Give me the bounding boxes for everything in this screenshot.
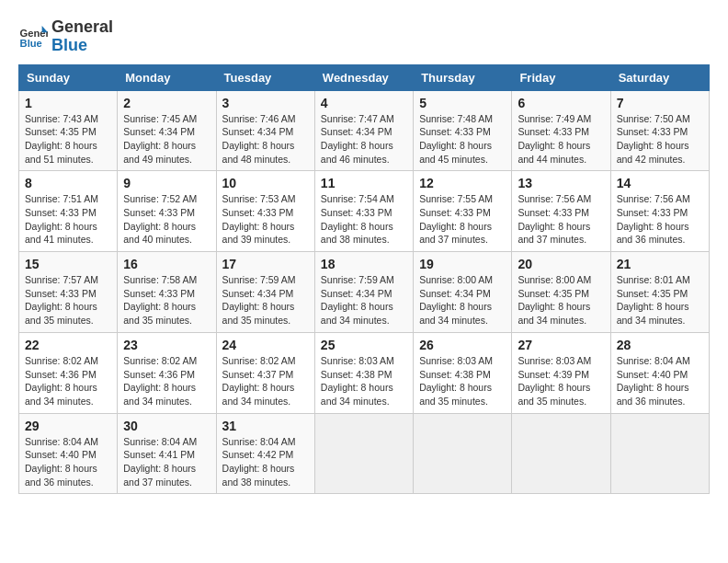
calendar-cell: 10 Sunrise: 7:53 AM Sunset: 4:33 PM Dayl… bbox=[216, 171, 314, 252]
day-info: Sunrise: 8:03 AM Sunset: 4:39 PM Dayligh… bbox=[518, 354, 604, 408]
day-info: Sunrise: 7:54 AM Sunset: 4:33 PM Dayligh… bbox=[321, 192, 407, 247]
day-number: 2 bbox=[123, 96, 210, 110]
column-header-tuesday: Tuesday bbox=[216, 64, 314, 90]
day-number: 31 bbox=[222, 419, 309, 433]
calendar-week-2: 8 Sunrise: 7:51 AM Sunset: 4:33 PM Dayli… bbox=[19, 171, 710, 252]
day-number: 24 bbox=[222, 338, 309, 352]
calendar-cell: 30 Sunrise: 8:04 AM Sunset: 4:41 PM Dayl… bbox=[118, 413, 216, 494]
day-number: 22 bbox=[25, 338, 111, 352]
day-info: Sunrise: 7:59 AM Sunset: 4:34 PM Dayligh… bbox=[222, 273, 309, 327]
day-number: 5 bbox=[419, 96, 506, 110]
calendar-cell: 21 Sunrise: 8:01 AM Sunset: 4:35 PM Dayl… bbox=[610, 252, 709, 333]
page-header: General Blue General Blue bbox=[18, 18, 710, 55]
day-info: Sunrise: 7:56 AM Sunset: 4:33 PM Dayligh… bbox=[617, 192, 703, 247]
calendar-cell bbox=[314, 413, 413, 494]
day-info: Sunrise: 7:50 AM Sunset: 4:33 PM Dayligh… bbox=[617, 112, 703, 167]
calendar-cell bbox=[414, 413, 512, 494]
day-number: 27 bbox=[518, 338, 604, 352]
day-number: 29 bbox=[25, 419, 111, 433]
calendar-cell bbox=[610, 413, 709, 494]
day-number: 20 bbox=[518, 257, 604, 271]
calendar-cell: 18 Sunrise: 7:59 AM Sunset: 4:34 PM Dayl… bbox=[314, 252, 413, 333]
calendar-cell: 20 Sunrise: 8:00 AM Sunset: 4:35 PM Dayl… bbox=[512, 252, 610, 333]
calendar-week-5: 29 Sunrise: 8:04 AM Sunset: 4:40 PM Dayl… bbox=[19, 413, 710, 494]
day-info: Sunrise: 7:45 AM Sunset: 4:34 PM Dayligh… bbox=[123, 112, 210, 167]
calendar-cell: 11 Sunrise: 7:54 AM Sunset: 4:33 PM Dayl… bbox=[314, 171, 413, 252]
calendar-cell: 31 Sunrise: 8:04 AM Sunset: 4:42 PM Dayl… bbox=[216, 413, 314, 494]
calendar-cell: 5 Sunrise: 7:48 AM Sunset: 4:33 PM Dayli… bbox=[414, 90, 512, 171]
day-info: Sunrise: 7:51 AM Sunset: 4:33 PM Dayligh… bbox=[25, 192, 111, 247]
calendar-cell: 14 Sunrise: 7:56 AM Sunset: 4:33 PM Dayl… bbox=[610, 171, 709, 252]
calendar-cell: 7 Sunrise: 7:50 AM Sunset: 4:33 PM Dayli… bbox=[610, 90, 709, 171]
svg-text:Blue: Blue bbox=[20, 38, 42, 49]
day-number: 3 bbox=[222, 96, 309, 110]
calendar-cell: 23 Sunrise: 8:02 AM Sunset: 4:36 PM Dayl… bbox=[118, 332, 216, 413]
day-number: 7 bbox=[617, 96, 703, 110]
calendar-cell: 4 Sunrise: 7:47 AM Sunset: 4:34 PM Dayli… bbox=[314, 90, 413, 171]
day-info: Sunrise: 7:43 AM Sunset: 4:35 PM Dayligh… bbox=[25, 112, 111, 167]
day-number: 10 bbox=[222, 176, 309, 190]
day-number: 30 bbox=[123, 419, 210, 433]
calendar-cell: 16 Sunrise: 7:58 AM Sunset: 4:33 PM Dayl… bbox=[118, 252, 216, 333]
calendar-cell: 8 Sunrise: 7:51 AM Sunset: 4:33 PM Dayli… bbox=[19, 171, 118, 252]
calendar-cell: 1 Sunrise: 7:43 AM Sunset: 4:35 PM Dayli… bbox=[19, 90, 118, 171]
day-info: Sunrise: 7:48 AM Sunset: 4:33 PM Dayligh… bbox=[419, 112, 506, 167]
calendar-cell: 13 Sunrise: 7:56 AM Sunset: 4:33 PM Dayl… bbox=[512, 171, 610, 252]
day-info: Sunrise: 7:52 AM Sunset: 4:33 PM Dayligh… bbox=[123, 192, 210, 247]
column-header-thursday: Thursday bbox=[414, 64, 512, 90]
day-info: Sunrise: 7:49 AM Sunset: 4:33 PM Dayligh… bbox=[518, 112, 604, 167]
day-number: 26 bbox=[419, 338, 506, 352]
day-number: 6 bbox=[518, 96, 604, 110]
calendar-cell: 24 Sunrise: 8:02 AM Sunset: 4:37 PM Dayl… bbox=[216, 332, 314, 413]
day-number: 23 bbox=[123, 338, 210, 352]
day-number: 25 bbox=[321, 338, 407, 352]
day-number: 8 bbox=[25, 176, 111, 190]
column-header-monday: Monday bbox=[118, 64, 216, 90]
calendar-week-1: 1 Sunrise: 7:43 AM Sunset: 4:35 PM Dayli… bbox=[19, 90, 710, 171]
logo-name: General Blue bbox=[51, 18, 113, 55]
day-info: Sunrise: 8:04 AM Sunset: 4:40 PM Dayligh… bbox=[617, 354, 703, 408]
calendar-week-4: 22 Sunrise: 8:02 AM Sunset: 4:36 PM Dayl… bbox=[19, 332, 710, 413]
day-info: Sunrise: 7:53 AM Sunset: 4:33 PM Dayligh… bbox=[222, 192, 309, 247]
calendar-cell: 6 Sunrise: 7:49 AM Sunset: 4:33 PM Dayli… bbox=[512, 90, 610, 171]
logo-icon: General Blue bbox=[18, 22, 48, 52]
day-info: Sunrise: 8:02 AM Sunset: 4:36 PM Dayligh… bbox=[25, 354, 111, 408]
calendar-cell: 3 Sunrise: 7:46 AM Sunset: 4:34 PM Dayli… bbox=[216, 90, 314, 171]
day-info: Sunrise: 8:02 AM Sunset: 4:37 PM Dayligh… bbox=[222, 354, 309, 408]
day-info: Sunrise: 8:00 AM Sunset: 4:35 PM Dayligh… bbox=[518, 273, 604, 327]
day-info: Sunrise: 7:57 AM Sunset: 4:33 PM Dayligh… bbox=[25, 273, 111, 327]
calendar-cell: 9 Sunrise: 7:52 AM Sunset: 4:33 PM Dayli… bbox=[118, 171, 216, 252]
calendar-cell: 12 Sunrise: 7:55 AM Sunset: 4:33 PM Dayl… bbox=[414, 171, 512, 252]
calendar-cell: 28 Sunrise: 8:04 AM Sunset: 4:40 PM Dayl… bbox=[610, 332, 709, 413]
day-info: Sunrise: 8:04 AM Sunset: 4:42 PM Dayligh… bbox=[222, 435, 309, 489]
calendar-cell: 27 Sunrise: 8:03 AM Sunset: 4:39 PM Dayl… bbox=[512, 332, 610, 413]
day-info: Sunrise: 8:04 AM Sunset: 4:41 PM Dayligh… bbox=[123, 435, 210, 489]
day-info: Sunrise: 8:03 AM Sunset: 4:38 PM Dayligh… bbox=[419, 354, 506, 408]
day-number: 19 bbox=[419, 257, 506, 271]
calendar-cell: 15 Sunrise: 7:57 AM Sunset: 4:33 PM Dayl… bbox=[19, 252, 118, 333]
calendar-header-row: SundayMondayTuesdayWednesdayThursdayFrid… bbox=[19, 64, 710, 90]
calendar-cell bbox=[512, 413, 610, 494]
calendar-cell: 2 Sunrise: 7:45 AM Sunset: 4:34 PM Dayli… bbox=[118, 90, 216, 171]
day-info: Sunrise: 8:01 AM Sunset: 4:35 PM Dayligh… bbox=[617, 273, 703, 327]
day-info: Sunrise: 7:46 AM Sunset: 4:34 PM Dayligh… bbox=[222, 112, 309, 167]
day-number: 4 bbox=[321, 96, 407, 110]
calendar-cell: 17 Sunrise: 7:59 AM Sunset: 4:34 PM Dayl… bbox=[216, 252, 314, 333]
day-number: 17 bbox=[222, 257, 309, 271]
day-info: Sunrise: 8:03 AM Sunset: 4:38 PM Dayligh… bbox=[321, 354, 407, 408]
day-number: 28 bbox=[617, 338, 703, 352]
day-info: Sunrise: 7:55 AM Sunset: 4:33 PM Dayligh… bbox=[419, 192, 506, 247]
calendar-cell: 22 Sunrise: 8:02 AM Sunset: 4:36 PM Dayl… bbox=[19, 332, 118, 413]
day-number: 18 bbox=[321, 257, 407, 271]
day-info: Sunrise: 8:02 AM Sunset: 4:36 PM Dayligh… bbox=[123, 354, 210, 408]
calendar-cell: 25 Sunrise: 8:03 AM Sunset: 4:38 PM Dayl… bbox=[314, 332, 413, 413]
calendar-week-3: 15 Sunrise: 7:57 AM Sunset: 4:33 PM Dayl… bbox=[19, 252, 710, 333]
day-number: 9 bbox=[123, 176, 210, 190]
day-info: Sunrise: 7:56 AM Sunset: 4:33 PM Dayligh… bbox=[518, 192, 604, 247]
calendar-cell: 19 Sunrise: 8:00 AM Sunset: 4:34 PM Dayl… bbox=[414, 252, 512, 333]
day-number: 15 bbox=[25, 257, 111, 271]
day-info: Sunrise: 8:04 AM Sunset: 4:40 PM Dayligh… bbox=[25, 435, 111, 489]
column-header-wednesday: Wednesday bbox=[314, 64, 413, 90]
day-number: 16 bbox=[123, 257, 210, 271]
column-header-friday: Friday bbox=[512, 64, 610, 90]
